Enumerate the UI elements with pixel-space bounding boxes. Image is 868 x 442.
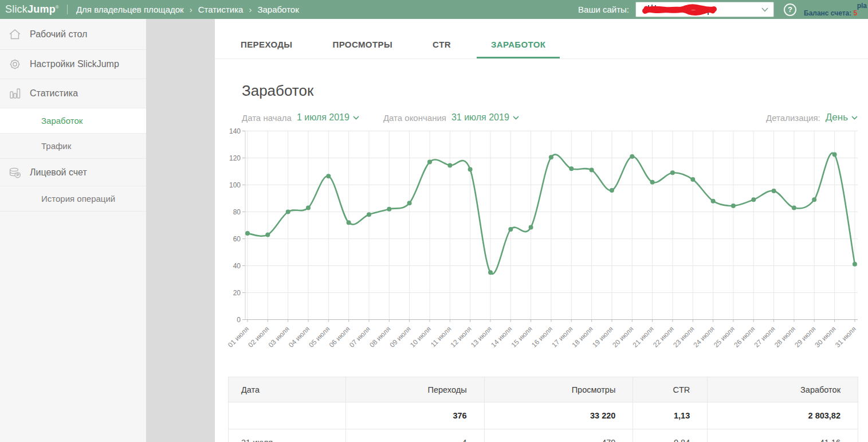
svg-text:18 июля: 18 июля (571, 325, 595, 349)
stats-table: Дата Переходы Просмотры CTR Заработок 37… (228, 377, 858, 442)
detail-label: Детализация: (766, 113, 820, 123)
svg-text:06 июля: 06 июля (328, 325, 352, 349)
sidebar-divider (0, 211, 146, 212)
stats-tabs: ПЕРЕХОДЫ ПРОСМОТРЫ CTR ЗАРАБОТОК (215, 19, 868, 59)
breadcrumb-item-owners[interactable]: Для владельцев площадок (76, 5, 184, 14)
sidebar-item-label: Рабочий стол (30, 29, 87, 40)
sidebar-item-label: Заработок (41, 116, 83, 126)
your-sites-label: Ваши сайты: (578, 5, 629, 14)
gear-icon (8, 57, 22, 71)
chevron-down-icon (851, 116, 858, 120)
svg-text:10 июля: 10 июля (409, 325, 433, 349)
sidebar-item-label: Трафик (41, 141, 71, 151)
svg-text:11 июля: 11 июля (429, 325, 453, 349)
sidebar-item-statistics[interactable]: Статистика (0, 79, 146, 108)
svg-text:24 июля: 24 июля (692, 325, 716, 349)
svg-text:19 июля: 19 июля (591, 325, 615, 349)
svg-text:15 июля: 15 июля (510, 325, 534, 349)
col-clicks: Переходы (345, 377, 484, 402)
help-icon[interactable]: ? (784, 3, 796, 16)
sidebar-item-account[interactable]: Лицевой счет (0, 158, 146, 186)
table-header-row: Дата Переходы Просмотры CTR Заработок (229, 377, 858, 402)
svg-text:13 июля: 13 июля (469, 325, 493, 349)
svg-text:01 июля: 01 июля (226, 325, 250, 349)
chevron-down-icon (353, 116, 359, 120)
table-row-totals: 376 33 220 1,13 2 803,82 (229, 402, 858, 429)
svg-text:60: 60 (233, 235, 241, 243)
svg-text:08 июля: 08 июля (368, 325, 392, 349)
redacted-scribble (641, 3, 726, 17)
tab-transitions[interactable]: ПЕРЕХОДЫ (226, 40, 307, 58)
app-window: SlickJump® Для владельцев площадок › Ста… (0, 0, 868, 442)
breadcrumb-item-statistics[interactable]: Статистика (198, 5, 243, 14)
filter-controls: Дата начала 1 июля 2019 Дата окончания 3… (242, 112, 858, 123)
main-content: ПЕРЕХОДЫ ПРОСМОТРЫ CTR ЗАРАБОТОК Заработ… (215, 19, 868, 442)
svg-text:30 июля: 30 июля (814, 325, 838, 349)
bar-chart-icon (8, 87, 22, 100)
svg-text:26 июля: 26 июля (732, 325, 756, 349)
breadcrumb-separator-icon: › (249, 5, 252, 14)
svg-text:40: 40 (233, 262, 241, 270)
chevron-down-icon (761, 7, 768, 12)
svg-text:27 июля: 27 июля (753, 325, 777, 349)
col-earnings: Заработок (708, 377, 858, 402)
svg-text:17 июля: 17 июля (550, 325, 574, 349)
svg-text:20 июля: 20 июля (611, 325, 635, 349)
sidebar-item-label: Статистика (30, 88, 78, 99)
start-date-dropdown[interactable]: 1 июля 2019 (297, 112, 359, 123)
sidebar-item-earnings[interactable]: Заработок (0, 108, 146, 133)
svg-text:25 июля: 25 июля (712, 325, 736, 349)
top-bar: SlickJump® Для владельцев площадок › Ста… (0, 0, 868, 19)
header-divider (67, 5, 68, 14)
chart-canvas: 01 июля02 июля03 июля04 июля05 июля06 ию… (215, 127, 865, 361)
content-gutter (146, 19, 215, 442)
svg-text:23 июля: 23 июля (671, 325, 696, 349)
sidebar-item-label: Настройки SlickJump (30, 59, 119, 69)
detail-dropdown[interactable]: День (826, 112, 858, 123)
sidebar-item-history[interactable]: История операций (0, 186, 146, 211)
svg-text:28 июля: 28 июля (773, 325, 797, 349)
tab-ctr[interactable]: CTR (418, 40, 465, 58)
site-select-dropdown[interactable] (635, 2, 774, 17)
svg-text:140: 140 (229, 127, 241, 135)
sidebar: Рабочий стол Настройки SlickJump Статист… (0, 19, 146, 442)
header-right-group: Ваши сайты: ? pla Баланс счета: 5 (578, 2, 868, 17)
svg-text:100: 100 (229, 181, 241, 189)
account-balance-block: pla Баланс счета: 5 (804, 2, 868, 17)
end-date-dropdown[interactable]: 31 июля 2019 (451, 112, 519, 123)
chevron-down-icon (513, 116, 519, 120)
svg-text:16 июля: 16 июля (530, 325, 554, 349)
col-ctr: CTR (633, 377, 708, 402)
sidebar-item-label: История операций (41, 194, 115, 204)
svg-text:04 июля: 04 июля (287, 325, 311, 349)
col-views: Просмотры (484, 377, 633, 402)
table-row: 31 июля 4 479 0,84 41,16 (229, 429, 858, 442)
sidebar-item-dashboard[interactable]: Рабочий стол (0, 19, 146, 49)
slickjump-logo[interactable]: SlickJump® (5, 3, 59, 15)
end-date-label: Дата окончания (383, 113, 446, 123)
registered-mark: ® (56, 5, 59, 10)
svg-text:31 июля: 31 июля (834, 325, 858, 349)
tab-earnings[interactable]: ЗАРАБОТОК (477, 40, 560, 58)
svg-text:09 июля: 09 июля (388, 325, 413, 349)
sidebar-item-settings[interactable]: Настройки SlickJump (0, 49, 146, 79)
breadcrumb: Для владельцев площадок › Статистика › З… (76, 5, 299, 14)
col-date: Дата (229, 377, 346, 402)
sidebar-item-label: Лицевой счет (30, 167, 87, 178)
coins-icon (8, 166, 22, 179)
breadcrumb-item-earnings[interactable]: Заработок (257, 5, 299, 14)
start-date-label: Дата начала (242, 113, 292, 123)
svg-text:0: 0 (237, 316, 241, 324)
tab-views[interactable]: ПРОСМОТРЫ (318, 40, 407, 58)
breadcrumb-separator-icon: › (190, 5, 193, 14)
svg-text:80: 80 (233, 208, 241, 216)
svg-text:22 июля: 22 июля (651, 325, 675, 349)
svg-text:20: 20 (233, 289, 241, 297)
home-icon (8, 28, 22, 41)
balance-value: 5 (854, 9, 858, 17)
svg-text:05 июля: 05 июля (307, 325, 331, 349)
page-title: Заработок (242, 82, 868, 100)
svg-text:03 июля: 03 июля (267, 325, 291, 349)
sidebar-item-traffic[interactable]: Трафик (0, 133, 146, 158)
detail-control: Детализация: День (766, 112, 858, 123)
